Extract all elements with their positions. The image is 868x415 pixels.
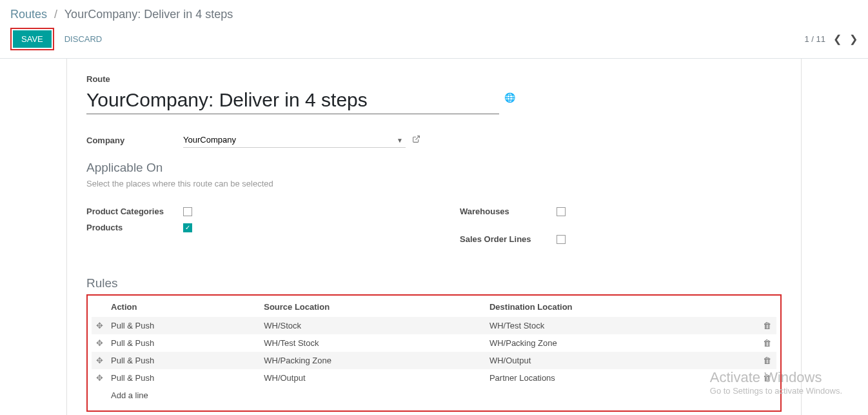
form-sheet: Route 🌐 Company ▼ Applicable On Select t…	[66, 59, 802, 415]
drag-icon[interactable]: ✥	[92, 317, 107, 334]
breadcrumb-sep: /	[54, 8, 57, 21]
cell-action[interactable]: Pull & Push	[107, 317, 260, 334]
prev-icon[interactable]: ❮	[833, 33, 842, 45]
products-label: Products	[86, 223, 183, 232]
cell-source[interactable]: WH/Stock	[260, 317, 486, 334]
cell-source[interactable]: WH/Output	[260, 369, 486, 387]
cell-source[interactable]: WH/Packing Zone	[260, 352, 486, 369]
breadcrumb-current: YourCompany: Deliver in 4 steps	[64, 8, 233, 21]
col-dest: Destination Location	[486, 297, 757, 317]
route-name-input[interactable]	[86, 88, 499, 114]
trash-icon[interactable]: 🗑	[757, 369, 776, 387]
cell-dest[interactable]: WH/Output	[486, 352, 757, 369]
cell-dest[interactable]: WH/Test Stock	[486, 317, 757, 334]
trash-icon[interactable]: 🗑	[757, 334, 776, 352]
drag-icon[interactable]: ✥	[92, 352, 107, 369]
warehouses-checkbox[interactable]	[557, 207, 566, 216]
col-action: Action	[107, 297, 260, 317]
globe-icon[interactable]: 🌐	[504, 92, 515, 103]
toolbar: SAVE DISCARD 1 / 11 ❮ ❯	[0, 24, 868, 59]
rules-highlight: Action Source Location Destination Locat…	[86, 294, 782, 412]
save-button[interactable]: SAVE	[13, 30, 52, 48]
table-row[interactable]: ✥ Pull & Push WH/Output Partner Location…	[92, 369, 776, 387]
company-input[interactable]	[183, 132, 406, 148]
products-checkbox[interactable]: ✓	[183, 223, 192, 232]
sales-order-lines-label: Sales Order Lines	[460, 234, 557, 244]
cell-dest[interactable]: Partner Locations	[486, 369, 757, 387]
cell-action[interactable]: Pull & Push	[107, 334, 260, 352]
rules-title: Rules	[86, 276, 782, 290]
external-link-icon[interactable]	[412, 135, 420, 145]
breadcrumb: Routes / YourCompany: Deliver in 4 steps	[0, 0, 868, 24]
discard-button[interactable]: DISCARD	[57, 30, 110, 48]
applicable-title: Applicable On	[86, 161, 782, 175]
add-line-link[interactable]: Add a line	[107, 387, 776, 404]
trash-icon[interactable]: 🗑	[757, 317, 776, 334]
save-highlight: SAVE	[10, 28, 54, 50]
warehouses-label: Warehouses	[460, 207, 557, 216]
applicable-subtitle: Select the places where this route can b…	[86, 179, 782, 188]
cell-dest[interactable]: WH/Packing Zone	[486, 334, 757, 352]
cell-action[interactable]: Pull & Push	[107, 369, 260, 387]
add-line-row[interactable]: Add a line	[92, 387, 776, 404]
route-label: Route	[86, 74, 782, 84]
cell-source[interactable]: WH/Test Stock	[260, 334, 486, 352]
svg-line-0	[415, 136, 419, 140]
table-row[interactable]: ✥ Pull & Push WH/Packing Zone WH/Output …	[92, 352, 776, 369]
breadcrumb-root[interactable]: Routes	[10, 8, 47, 21]
drag-icon[interactable]: ✥	[92, 369, 107, 387]
drag-icon[interactable]: ✥	[92, 334, 107, 352]
next-icon[interactable]: ❯	[849, 33, 858, 45]
product-categories-checkbox[interactable]	[183, 207, 192, 216]
sales-order-lines-checkbox[interactable]	[557, 235, 566, 244]
trash-icon[interactable]: 🗑	[757, 352, 776, 369]
company-label: Company	[86, 136, 183, 145]
cell-action[interactable]: Pull & Push	[107, 352, 260, 369]
table-row[interactable]: ✥ Pull & Push WH/Test Stock WH/Packing Z…	[92, 334, 776, 352]
pager: 1 / 11	[804, 34, 825, 44]
rules-table: Action Source Location Destination Locat…	[92, 297, 776, 404]
col-source: Source Location	[260, 297, 486, 317]
table-row[interactable]: ✥ Pull & Push WH/Stock WH/Test Stock 🗑	[92, 317, 776, 334]
product-categories-label: Product Categories	[86, 207, 183, 216]
